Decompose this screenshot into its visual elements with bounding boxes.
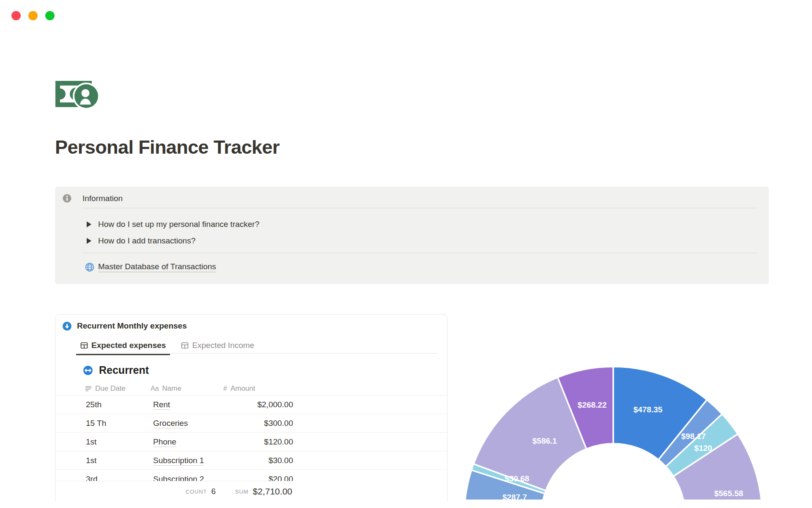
toggle-add-transactions-question[interactable]: How do I add transactions? — [87, 235, 757, 247]
callout-title: Information — [82, 194, 123, 203]
segment-label: $565.58 — [714, 489, 743, 498]
cell-due-date[interactable]: 1st — [86, 433, 96, 451]
tab-label[interactable]: Expected expenses — [91, 341, 166, 350]
tab-label[interactable]: Expected Income — [192, 341, 254, 350]
table-calc-footer: COUNT 6 SUM $2,710.00 — [55, 481, 292, 502]
table-row[interactable]: 15 Th Groceries $300.00 — [55, 414, 447, 433]
toggle-label[interactable]: How do I set up my personal finance trac… — [98, 220, 259, 229]
cell-name[interactable]: Subscription 2 — [153, 470, 204, 481]
information-callout: Information How do I set up my personal … — [55, 187, 769, 284]
segment-label: $268.22 — [578, 400, 607, 409]
sum-value[interactable]: $2,710.00 — [253, 486, 292, 497]
column-label[interactable]: Amount — [230, 384, 255, 393]
segment-label: $478.35 — [634, 405, 663, 414]
segment-label: $586.1 — [532, 436, 557, 445]
segment-label: $120 — [694, 444, 712, 453]
column-header-amount[interactable]: # Amount — [223, 382, 255, 395]
cell-amount[interactable]: $300.00 — [208, 414, 293, 433]
sum-label[interactable]: SUM — [235, 489, 249, 495]
section-title: Recurrent — [99, 364, 149, 376]
cell-due-date[interactable]: 1st — [86, 451, 96, 470]
card-title: Recurrent Monthly expenses — [77, 321, 187, 331]
tab-expected-expenses[interactable]: Expected expenses — [76, 338, 170, 355]
cell-amount[interactable]: $30.00 — [208, 451, 293, 470]
toggle-setup-question[interactable]: How do I set up my personal finance trac… — [87, 218, 757, 231]
column-label[interactable]: Due Date — [95, 384, 126, 393]
money-banknote-icon[interactable] — [55, 79, 99, 110]
master-database-link-row[interactable]: Master Database of Transactions — [85, 261, 216, 273]
cell-amount[interactable]: $120.00 — [208, 433, 293, 451]
minimize-window-button[interactable] — [28, 11, 38, 20]
segment-label: $287.7 — [502, 493, 527, 500]
table-rows: 25th Rent $2,000.00 15 Th Groceries $300… — [55, 395, 447, 481]
table-row[interactable]: 25th Rent $2,000.00 — [55, 395, 447, 414]
cell-amount[interactable]: $2,000.00 — [208, 395, 293, 414]
cell-name[interactable]: Groceries — [153, 414, 188, 433]
select-property-icon — [85, 385, 92, 392]
cell-name[interactable]: Rent — [153, 395, 170, 414]
toggle-triangle-icon[interactable] — [87, 238, 91, 244]
donut-chart-svg[interactable]: $478.35$98.17$120$565.58$287.7$30.68$586… — [447, 364, 789, 500]
expenses-donut-chart: $478.35$98.17$120$565.58$287.7$30.68$586… — [447, 364, 789, 500]
view-tabs: Expected expenses Expected Income — [76, 338, 258, 355]
globe-icon — [85, 262, 95, 272]
table-column-headers: Due Date Aa Name # Amount — [55, 382, 447, 395]
close-window-button[interactable] — [11, 11, 21, 20]
count-value[interactable]: 6 — [211, 487, 216, 496]
table-row[interactable]: 3rd Subscription 2 $20.00 — [55, 470, 447, 481]
divider — [82, 253, 757, 253]
column-label[interactable]: Name — [162, 384, 181, 393]
circle-left-right-arrow-icon — [83, 366, 93, 375]
info-icon — [63, 194, 71, 203]
table-row[interactable]: 1st Phone $120.00 — [55, 433, 447, 451]
table-icon — [80, 342, 88, 349]
card-header: Recurrent Monthly expenses — [63, 321, 187, 331]
segment-label: $98.17 — [681, 432, 706, 441]
count-label[interactable]: COUNT — [186, 489, 207, 495]
table-icon — [181, 342, 189, 349]
tabs-underline — [80, 353, 437, 353]
title-property-icon: Aa — [151, 385, 159, 392]
zoom-window-button[interactable] — [45, 11, 55, 20]
toggle-label[interactable]: How do I add transactions? — [98, 236, 195, 246]
cell-name[interactable]: Phone — [153, 433, 176, 451]
toggle-triangle-icon[interactable] — [87, 221, 91, 227]
recurrent-section-header: Recurrent — [83, 364, 149, 376]
master-database-link[interactable]: Master Database of Transactions — [98, 262, 216, 272]
column-header-due-date[interactable]: Due Date — [85, 382, 126, 395]
cell-due-date[interactable]: 3rd — [86, 470, 97, 481]
column-header-name[interactable]: Aa Name — [151, 382, 181, 395]
cell-name[interactable]: Subscription 1 — [153, 451, 204, 470]
number-property-icon: # — [223, 385, 227, 392]
tab-expected-income[interactable]: Expected Income — [177, 338, 258, 355]
cell-amount[interactable]: $20.00 — [208, 470, 293, 481]
recurrent-expenses-card: Recurrent Monthly expenses Expected expe… — [55, 314, 447, 502]
divider — [82, 208, 757, 208]
table-row[interactable]: 1st Subscription 1 $30.00 — [55, 451, 447, 470]
segment-label: $30.68 — [505, 474, 529, 483]
circle-down-arrow-icon — [63, 322, 71, 331]
notion-window: Personal Finance Tracker Information How… — [0, 0, 812, 508]
cell-due-date[interactable]: 15 Th — [86, 414, 106, 433]
cell-due-date[interactable]: 25th — [86, 395, 102, 414]
page-title[interactable]: Personal Finance Tracker — [55, 136, 280, 158]
